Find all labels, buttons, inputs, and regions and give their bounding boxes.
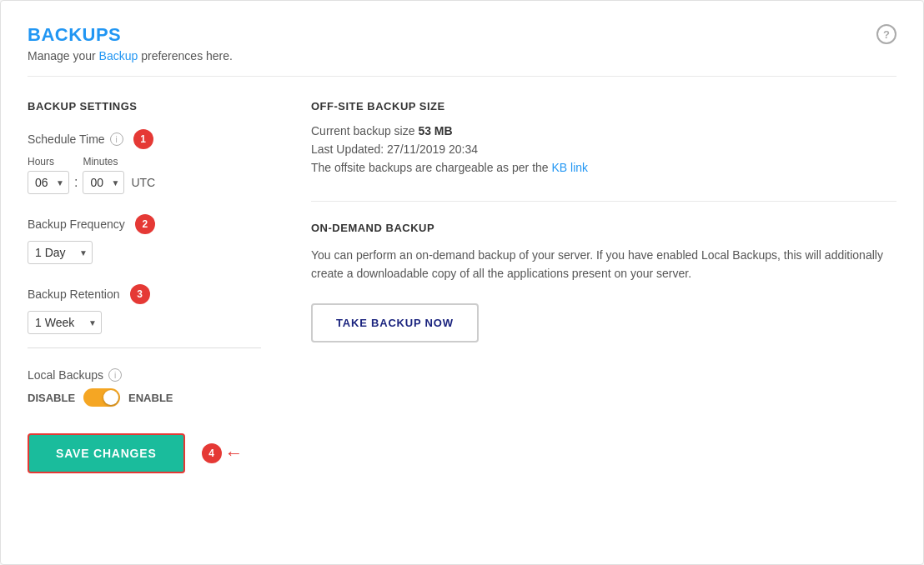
page-title: BACKUPS — [28, 24, 233, 46]
save-changes-button[interactable]: SAVE CHANGES — [28, 433, 185, 473]
frequency-row: 1 Day 2 Days 3 Days 7 Days ▼ — [28, 241, 261, 264]
hours-select-wrap: 06 07 08 ▼ — [28, 171, 69, 194]
page-header: BACKUPS Manage your Backup preferences h… — [28, 24, 896, 77]
minutes-select-wrap: 00 15 30 45 ▼ — [83, 171, 124, 194]
last-updated-text: Last Updated: 27/11/2019 20:34 — [311, 142, 896, 156]
page-subtitle: Manage your Backup preferences here. — [28, 49, 233, 62]
ondemand-backup-section: ON-DEMAND BACKUP You can perform an on-d… — [311, 222, 896, 342]
header-left: BACKUPS Manage your Backup preferences h… — [28, 24, 233, 62]
backup-size-text: Current backup size 53 MB — [311, 124, 896, 138]
backup-retention-label: Backup Retention 3 — [28, 284, 261, 304]
utc-label: UTC — [131, 161, 155, 189]
step-badge-4: 4 — [202, 443, 222, 463]
right-panel: OFF-SITE BACKUP SIZE Current backup size… — [311, 100, 896, 473]
step-badge-1: 1 — [133, 129, 153, 149]
retention-select[interactable]: 1 Week 2 Weeks 1 Month — [28, 311, 102, 334]
left-panel: BACKUP SETTINGS Schedule Time i 1 Hours … — [28, 100, 261, 473]
step-badge-2: 2 — [135, 214, 155, 234]
time-separator: : — [74, 160, 78, 190]
time-row: Hours 06 07 08 ▼ : Minutes — [28, 156, 261, 194]
local-backups-label: Local Backups i — [28, 368, 261, 382]
disable-label: DISABLE — [28, 392, 75, 404]
subtitle-suffix: preferences here. — [138, 49, 233, 62]
schedule-time-label: Schedule Time i 1 — [28, 129, 261, 149]
local-backups-toggle-row: DISABLE ENABLE — [28, 388, 261, 407]
minutes-label: Minutes — [83, 156, 118, 168]
hours-select[interactable]: 06 07 08 — [28, 171, 69, 194]
schedule-time-info-icon[interactable]: i — [110, 132, 123, 146]
hours-col: Hours 06 07 08 ▼ — [28, 156, 69, 194]
toggle-thumb — [103, 390, 118, 405]
main-content: BACKUP SETTINGS Schedule Time i 1 Hours … — [28, 100, 896, 473]
retention-separator — [28, 348, 261, 348]
local-backups-toggle[interactable] — [83, 388, 120, 407]
hours-label: Hours — [28, 156, 54, 168]
backup-settings-title: BACKUP SETTINGS — [28, 100, 261, 112]
frequency-select[interactable]: 1 Day 2 Days 3 Days 7 Days — [28, 241, 93, 264]
ondemand-title: ON-DEMAND BACKUP — [311, 222, 896, 234]
backup-frequency-group: Backup Frequency 2 1 Day 2 Days 3 Days 7… — [28, 214, 261, 264]
last-updated-value: 27/11/2019 20:34 — [387, 142, 478, 156]
take-backup-now-button[interactable]: TAKE BACKUP NOW — [311, 303, 479, 342]
local-backups-group: Local Backups i DISABLE ENABLE — [28, 368, 261, 407]
help-icon[interactable]: ? — [876, 24, 896, 44]
ondemand-description: You can perform an on-demand backup of y… — [311, 246, 896, 283]
step-badge-3: 3 — [130, 284, 150, 304]
enable-label: ENABLE — [128, 392, 173, 404]
offsite-title: OFF-SITE BACKUP SIZE — [311, 100, 896, 112]
offsite-backup-section: OFF-SITE BACKUP SIZE Current backup size… — [311, 100, 896, 174]
page-container: BACKUPS Manage your Backup preferences h… — [0, 0, 924, 565]
backup-link[interactable]: Backup — [99, 49, 138, 62]
minutes-col: Minutes 00 15 30 45 ▼ — [83, 156, 124, 194]
kb-link[interactable]: KB link — [551, 161, 588, 174]
local-backups-info-icon[interactable]: i — [108, 368, 122, 382]
backup-retention-group: Backup Retention 3 1 Week 2 Weeks 1 Mont… — [28, 284, 261, 348]
backup-frequency-label: Backup Frequency 2 — [28, 214, 261, 234]
retention-select-wrap: 1 Week 2 Weeks 1 Month ▼ — [28, 311, 102, 334]
minutes-select[interactable]: 00 15 30 45 — [83, 171, 124, 194]
arrow-icon: ← — [225, 442, 244, 464]
frequency-select-wrap: 1 Day 2 Days 3 Days 7 Days ▼ — [28, 241, 93, 264]
chargeable-text: The offsite backups are chargeable as pe… — [311, 161, 896, 174]
backup-size-value: 53 MB — [418, 124, 452, 138]
schedule-time-group: Schedule Time i 1 Hours 06 07 08 ▼ — [28, 129, 261, 194]
arrow-annotation: 4 ← — [202, 442, 244, 464]
panel-divider — [311, 201, 896, 202]
subtitle-prefix: Manage your — [28, 49, 99, 62]
save-btn-row: SAVE CHANGES 4 ← — [28, 433, 261, 473]
